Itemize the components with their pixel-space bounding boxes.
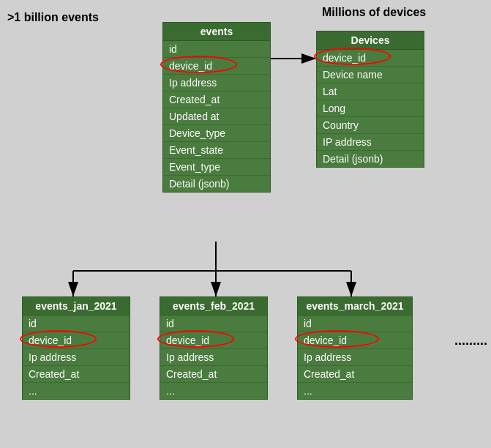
events-row-detail: Detail (jsonb) [163, 176, 270, 192]
events-row-event-state: Event_state [163, 142, 270, 159]
devices-row-ip: IP address [317, 134, 424, 151]
events-jan-id: id [23, 316, 130, 332]
events-feb-table: events_feb_2021 id device_id Ip address … [160, 296, 268, 400]
events-row-device-type: Device_type [163, 125, 270, 142]
events-jan-header: events_jan_2021 [23, 297, 130, 316]
events-march-ip: Ip address [298, 349, 412, 366]
billion-events-label: >1 billion events [7, 11, 99, 24]
devices-row-long: Long [317, 100, 424, 117]
events-feb-ellipsis: ... [160, 383, 267, 399]
events-feb-ip: Ip address [160, 349, 267, 366]
events-row-id: id [163, 41, 270, 58]
devices-row-name: Device name [317, 67, 424, 83]
events-jan-created: Created_at [23, 366, 130, 383]
events-march-device-id: device_id [298, 332, 412, 349]
events-march-table: events_march_2021 id device_id Ip addres… [297, 296, 413, 400]
events-jan-ellipsis: ... [23, 383, 130, 399]
devices-row-lat: Lat [317, 83, 424, 100]
events-jan-device-id: device_id [23, 332, 130, 349]
events-row-ip: Ip address [163, 75, 270, 92]
events-jan-table: events_jan_2021 id device_id Ip address … [22, 296, 130, 400]
events-table: events id device_id Ip address Created_a… [162, 22, 271, 193]
millions-devices-label: Millions of devices [322, 6, 426, 19]
events-march-ellipsis: ... [298, 383, 412, 399]
events-feb-device-id: device_id [160, 332, 267, 349]
events-feb-created: Created_at [160, 366, 267, 383]
devices-row-detail: Detail (jsonb) [317, 151, 424, 167]
events-march-created: Created_at [298, 366, 412, 383]
events-jan-ip: Ip address [23, 349, 130, 366]
devices-table: Devices device_id Device name Lat Long C… [316, 31, 424, 168]
events-feb-header: events_feb_2021 [160, 297, 267, 316]
devices-row-device-id: device_id [317, 50, 424, 67]
events-feb-id: id [160, 316, 267, 332]
diagram: >1 billion events Millions of devices ev… [0, 0, 491, 448]
events-row-event-type: Event_type [163, 159, 270, 176]
events-march-header: events_march_2021 [298, 297, 412, 316]
events-table-header: events [163, 23, 270, 41]
more-tables-ellipsis: ......... [454, 333, 487, 348]
devices-row-country: Country [317, 117, 424, 134]
events-row-updated: Updated at [163, 108, 270, 125]
events-march-id: id [298, 316, 412, 332]
events-row-device-id: device_id [163, 58, 270, 75]
events-row-created: Created_at [163, 92, 270, 108]
devices-table-header: Devices [317, 31, 424, 50]
